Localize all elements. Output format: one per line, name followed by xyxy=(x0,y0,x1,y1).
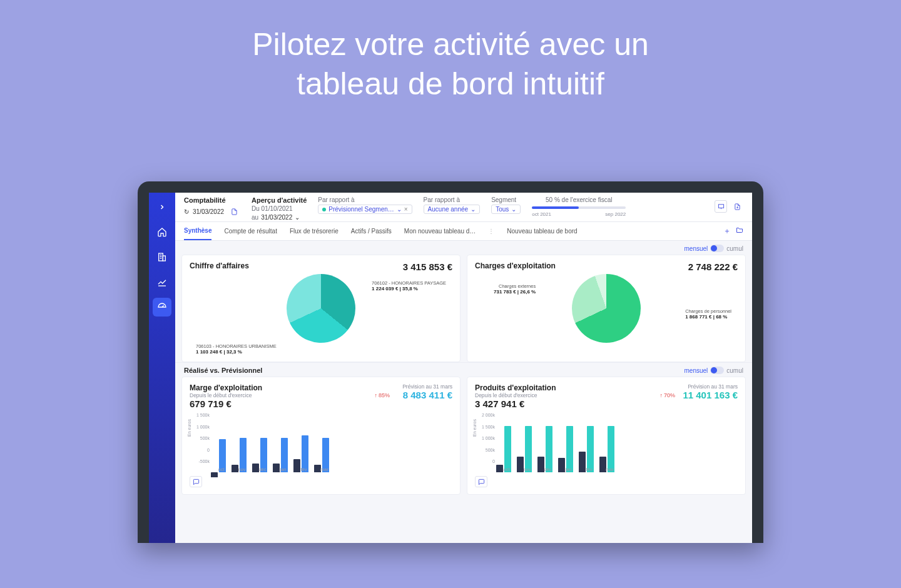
x-axis: octnovdécjanfévmar xyxy=(496,467,738,472)
card-kpi: 3 415 853 € xyxy=(403,261,452,272)
y-axis: 1 500k 1 000k 500k 0 -500k xyxy=(190,413,210,464)
refresh-date: 31/03/2022 xyxy=(193,208,224,215)
main: Comptabilité ↻ 31/03/2022 Aperçu d'activ… xyxy=(175,193,752,543)
sidebar-item-company[interactable] xyxy=(153,248,171,266)
compare-forecast-dropdown[interactable]: Prévisionnel Segmen… ⌄ × xyxy=(318,205,412,214)
pie-cards: Chiffre d'affaires 3 415 853 € 706102 - … xyxy=(175,255,752,362)
export-icon[interactable] xyxy=(228,205,240,218)
pie-label: 706103 - HONORAIRES URBANISME 1 103 248 … xyxy=(196,343,277,355)
add-tab-button[interactable]: ＋ xyxy=(723,226,731,236)
section-bar-2: Réalisé vs. Prévisionnel mensuel cumul xyxy=(175,362,752,377)
filter-bar: Comptabilité ↻ 31/03/2022 Aperçu d'activ… xyxy=(175,193,752,222)
fiscal-progress: 50 % de l'exercice fiscal oct 2021sep 20… xyxy=(532,196,626,221)
segment-dropdown[interactable]: Tous ⌄ xyxy=(491,205,521,214)
dot-icon xyxy=(322,208,326,211)
forecast-value: 11 401 163 € xyxy=(683,390,738,400)
tab-custom-2[interactable]: Nouveau tableau de bord xyxy=(507,223,577,240)
home-icon xyxy=(157,227,167,237)
tab-custom-1[interactable]: Mon nouveau tableau d… xyxy=(404,223,476,240)
from-label: Du 01/10/2021 xyxy=(252,205,307,212)
tabs: Synthèse Compte de résultat Flux de trés… xyxy=(175,222,752,241)
bar-cards: Marge d'exploitation Depuis le début d'e… xyxy=(175,377,752,495)
view-toggle-1[interactable]: mensuel cumul xyxy=(685,245,744,252)
card-products: Produits d'exploitation Depuis le début … xyxy=(467,377,746,495)
folder-icon xyxy=(736,226,743,233)
pie-chart-charges xyxy=(572,274,641,343)
arrow-up-icon: ↑ xyxy=(374,392,377,398)
tab-compte-resultat[interactable]: Compte de résultat xyxy=(224,223,277,240)
present-button[interactable] xyxy=(715,200,727,213)
pie-label: 706102 - HONORAIRES PAYSAGE 1 224 039 € … xyxy=(372,280,446,292)
folder-tabs-button[interactable] xyxy=(736,226,743,236)
file-icon xyxy=(231,208,238,215)
gauge-icon xyxy=(157,302,167,312)
comment-icon xyxy=(478,479,485,485)
comment-icon xyxy=(193,479,200,485)
section-title-2: Réalisé vs. Prévisionnel xyxy=(184,367,262,374)
chevron-down-icon: ⌄ xyxy=(471,206,476,213)
chevron-down-icon: ⌄ xyxy=(295,214,300,221)
view-toggle-2[interactable]: mensuel cumul xyxy=(685,367,744,374)
building-icon xyxy=(157,252,167,262)
tab-actifs-passifs[interactable]: Actifs / Passifs xyxy=(351,223,392,240)
sidebar-item-dashboard[interactable] xyxy=(153,298,171,317)
download-button[interactable] xyxy=(731,200,743,213)
card-charges: Charges d'exploitation 2 748 222 € Charg… xyxy=(467,255,746,362)
card-kpi: 2 748 222 € xyxy=(688,261,738,272)
trend-indicator: ↑70% xyxy=(659,392,675,398)
bar-chart-margin: En euros 1 500k 1 000k 500k 0 -500k xyxy=(190,413,452,472)
comment-button[interactable] xyxy=(190,476,202,487)
laptop-mock: Comptabilité ↻ 31/03/2022 Aperçu d'activ… xyxy=(138,181,763,543)
pie-label: Charges de personnel 1 868 771 € | 68 % xyxy=(685,308,731,320)
pie-label: Charges externes 731 783 € | 26,6 % xyxy=(494,283,536,295)
tab-synthese[interactable]: Synthèse xyxy=(184,222,211,240)
refresh-icon[interactable]: ↻ xyxy=(184,208,189,215)
card-revenue: Chiffre d'affaires 3 415 853 € 706102 - … xyxy=(181,255,461,362)
trend-indicator: ↑85% xyxy=(374,392,390,398)
fiscal-progress-bar xyxy=(532,206,579,209)
date-to-dropdown[interactable]: 31/03/2022 ⌄ xyxy=(261,213,303,221)
arrow-up-icon: ↑ xyxy=(659,392,663,398)
switch-icon xyxy=(710,245,724,252)
presentation-icon xyxy=(718,203,725,210)
chevron-down-icon: ⌄ xyxy=(511,206,516,213)
svg-rect-6 xyxy=(718,204,723,208)
tab-more-icon[interactable]: ⋮ xyxy=(488,228,494,235)
card-margin: Marge d'exploitation Depuis le début d'e… xyxy=(181,377,461,495)
sidebar-item-home[interactable] xyxy=(153,223,171,241)
chevron-right-icon xyxy=(158,203,166,211)
toggle-bar-1: mensuel cumul xyxy=(175,241,752,255)
chart-line-icon xyxy=(157,277,167,287)
sidebar xyxy=(149,193,175,543)
x-axis: octnovdécjanfévmar xyxy=(211,467,452,472)
pie-chart-revenue xyxy=(287,274,355,343)
y-axis: 2 000k 1 500k 1 000k 500k 0 xyxy=(475,413,495,464)
activity-title: Aperçu d'activité xyxy=(252,196,307,204)
clear-icon[interactable]: × xyxy=(404,206,408,213)
switch-icon xyxy=(710,367,724,374)
forecast-value: 8 483 411 € xyxy=(403,390,452,400)
comment-button[interactable] xyxy=(475,476,487,487)
compare-year-dropdown[interactable]: Aucune année ⌄ xyxy=(424,205,481,214)
sidebar-item-analytics[interactable] xyxy=(153,273,171,291)
sidebar-collapse[interactable] xyxy=(153,198,171,216)
svg-rect-1 xyxy=(163,256,165,261)
file-download-icon xyxy=(734,203,741,210)
section-title: Comptabilité xyxy=(184,196,240,204)
hero-title: Pilotez votre activité avec un tableau d… xyxy=(0,25,901,103)
bar-chart-products: En euros 2 000k 1 500k 1 000k 500k 0 xyxy=(475,413,738,472)
hero: Pilotez votre activité avec un tableau d… xyxy=(0,0,901,103)
tab-flux-tresorerie[interactable]: Flux de trésorerie xyxy=(290,223,339,240)
chevron-down-icon: ⌄ xyxy=(397,206,402,213)
